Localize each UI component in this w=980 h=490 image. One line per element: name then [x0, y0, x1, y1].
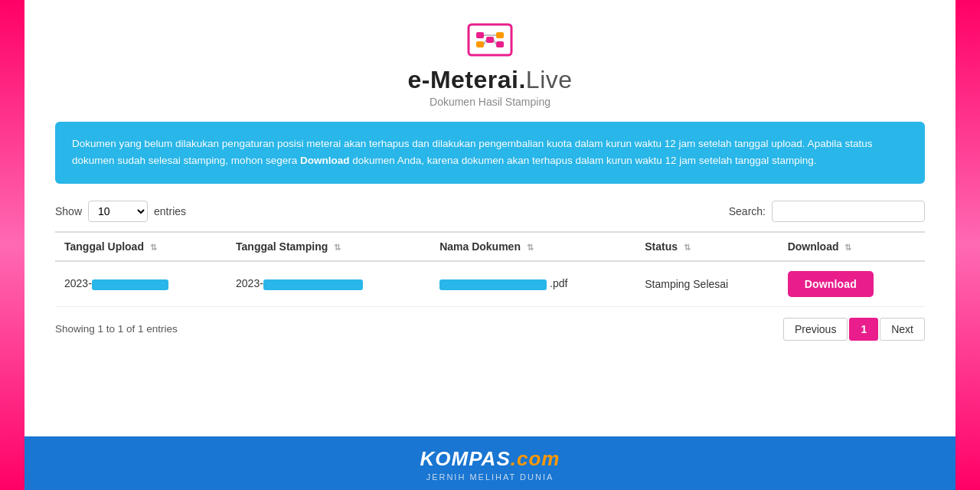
footer-bar: KOMPAS.com JERNIH MELIHAT DUNIA [24, 436, 956, 490]
kompas-brand: KOMPAS [420, 447, 511, 470]
search-input[interactable] [772, 201, 925, 222]
sort-icon-download[interactable]: ⇅ [844, 243, 851, 253]
header: e-Meterai.Live Dokumen Hasil Stamping [55, 18, 925, 108]
table-row: 2023-2023- .pdfStamping SelesaiDownload [55, 261, 925, 307]
sort-icon-upload[interactable]: ⇅ [150, 243, 157, 253]
col-nama-dokumen: Nama Dokumen ⇅ [430, 232, 635, 261]
show-entries-area: Show 10 25 50 100 entries [55, 201, 186, 222]
cell-download: Download [779, 261, 925, 307]
side-decoration-left [0, 0, 24, 490]
table-footer: Showing 1 to 1 of 1 entries Previous 1 N… [55, 318, 925, 341]
brand-title: e-Meterai.Live [407, 66, 572, 94]
col-status: Status ⇅ [635, 232, 778, 261]
subtitle: Dokumen Hasil Stamping [430, 96, 550, 108]
footer-wrapper: KOMPAS.com JERNIH MELIHAT DUNIA [0, 436, 980, 490]
alert-text-bold: Download [300, 155, 350, 166]
cell-nama-dokumen: .pdf [430, 261, 635, 307]
col-tanggal-upload: Tanggal Upload ⇅ [55, 232, 227, 261]
next-button[interactable]: Next [880, 318, 925, 341]
search-label: Search: [729, 205, 766, 217]
entries-select[interactable]: 10 25 50 100 [88, 201, 148, 222]
sort-icon-status[interactable]: ⇅ [684, 243, 691, 253]
svg-rect-2 [496, 32, 504, 38]
svg-rect-4 [476, 41, 484, 47]
download-button[interactable]: Download [788, 271, 874, 297]
svg-line-7 [484, 40, 486, 44]
entries-label: entries [154, 205, 186, 217]
data-table: Tanggal Upload ⇅ Tanggal Stamping ⇅ Nama… [55, 231, 925, 307]
previous-button[interactable]: Previous [783, 318, 848, 341]
main-content: e-Meterai.Live Dokumen Hasil Stamping Do… [24, 0, 956, 436]
table-header-row: Tanggal Upload ⇅ Tanggal Stamping ⇅ Nama… [55, 232, 925, 261]
kompas-logo: KOMPAS.com [420, 447, 560, 471]
cell-tanggal-stamping: 2023- [227, 261, 430, 307]
svg-rect-1 [476, 32, 484, 38]
alert-text-part2: dokumen Anda, karena dokumen akan terhap… [349, 155, 816, 166]
logo-icon [462, 18, 518, 61]
search-area: Search: [729, 201, 925, 222]
svg-rect-5 [496, 41, 504, 47]
svg-line-8 [494, 40, 496, 44]
table-controls: Show 10 25 50 100 entries Search: [55, 201, 925, 222]
page-1-button[interactable]: 1 [849, 318, 878, 341]
show-label: Show [55, 205, 82, 217]
sort-icon-dokumen[interactable]: ⇅ [527, 243, 534, 253]
sort-icon-stamping[interactable]: ⇅ [334, 243, 341, 253]
pagination: Previous 1 Next [783, 318, 925, 341]
showing-entries-text: Showing 1 to 1 of 1 entries [55, 323, 178, 335]
kompas-tagline: JERNIH MELIHAT DUNIA [426, 472, 554, 482]
side-decoration-right [956, 0, 980, 490]
cell-status: Stamping Selesai [635, 261, 778, 307]
kompas-dot-com: .com [511, 447, 560, 470]
svg-rect-3 [486, 37, 494, 43]
alert-box: Dokumen yang belum dilakukan pengaturan … [55, 122, 925, 184]
col-download: Download ⇅ [779, 232, 925, 261]
col-tanggal-stamping: Tanggal Stamping ⇅ [227, 232, 430, 261]
cell-tanggal-upload: 2023- [55, 261, 227, 307]
